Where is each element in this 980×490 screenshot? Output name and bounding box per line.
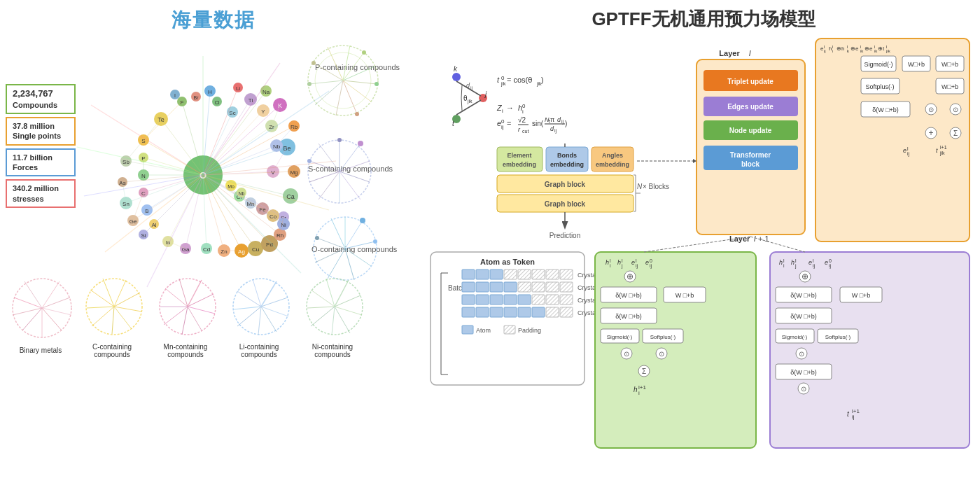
svg-point-254: [452, 73, 461, 81]
svg-line-104: [203, 175, 284, 217]
svg-line-163: [343, 80, 377, 84]
svg-text:l+1: l+1: [940, 145, 947, 150]
svg-line-215: [114, 280, 126, 307]
svg-text:ij: ij: [824, 49, 826, 53]
svg-text:ij: ij: [852, 414, 855, 420]
svg-text:× Blocks: × Blocks: [643, 183, 669, 190]
svg-text:l: l: [754, 234, 756, 243]
svg-text:ij: ij: [813, 263, 816, 269]
svg-line-216: [114, 293, 140, 307]
svg-line-227: [188, 307, 215, 314]
svg-text:): ): [565, 120, 567, 127]
svg-line-220: [92, 307, 114, 326]
svg-line-197: [315, 248, 345, 262]
svg-line-232: [165, 288, 188, 307]
svg-line-233: [179, 279, 188, 307]
svg-text:Padding: Padding: [518, 327, 541, 334]
svg-line-218: [114, 307, 132, 329]
svg-text:h: h: [779, 259, 783, 266]
svg-text:jik: jik: [467, 99, 472, 104]
svg-text:t: t: [497, 76, 500, 84]
svg-text:Σ: Σ: [953, 130, 958, 137]
svg-text:⊙: ⊙: [953, 106, 958, 113]
svg-rect-397: [504, 282, 517, 292]
svg-line-178: [340, 144, 360, 172]
svg-text:B: B: [145, 208, 148, 214]
svg-line-94: [161, 119, 203, 175]
svg-rect-389: [518, 270, 531, 279]
stat-value-1: 2,234,767: [13, 88, 69, 100]
c-compounds-svg: [80, 273, 147, 340]
svg-line-219: [112, 307, 114, 334]
stat-box-compounds: 2,234,767 Compounds: [6, 84, 76, 114]
svg-text:Bonds: Bonds: [557, 152, 577, 159]
svg-rect-409: [546, 295, 559, 304]
svg-text:jik: jik: [886, 49, 891, 53]
svg-text:δ(W □+b): δ(W □+b): [790, 292, 817, 299]
svg-text:h: h: [791, 259, 794, 266]
svg-line-179: [340, 161, 370, 172]
binary-metals-label: Binary metals: [6, 346, 76, 354]
svg-text:Br: Br: [194, 95, 200, 100]
svg-line-217: [114, 307, 141, 312]
svg-line-237: [261, 307, 288, 316]
svg-text:Sigmoid(·): Sigmoid(·): [782, 334, 808, 340]
svg-text:ij: ij: [470, 85, 473, 91]
svg-text:i: i: [522, 108, 524, 115]
stat-box-stresses: 340.2 million stresses: [6, 179, 76, 208]
left-title: 海量数据: [7, 7, 420, 34]
svg-text:W □+b: W □+b: [676, 292, 694, 299]
svg-rect-391: [546, 270, 559, 279]
svg-line-213: [24, 281, 42, 308]
svg-line-181: [340, 172, 360, 200]
svg-rect-401: [560, 282, 573, 292]
svg-line-251: [307, 307, 335, 308]
main-container: 海量数据 2,234,767 Compounds 37.8 million Si…: [0, 0, 980, 490]
svg-text:W□+b: W□+b: [908, 61, 925, 68]
mn-compounds-svg: [154, 273, 220, 340]
svg-text:ij: ij: [636, 263, 638, 269]
svg-text:⊕: ⊕: [802, 272, 808, 281]
svg-line-151: [105, 175, 203, 252]
svg-text:I: I: [174, 93, 176, 98]
svg-line-245: [335, 280, 349, 307]
svg-text:Be: Be: [283, 145, 290, 152]
svg-rect-419: [560, 307, 573, 317]
svg-text:Prediction: Prediction: [550, 232, 580, 239]
svg-text:): ): [541, 76, 544, 84]
svg-text:ij: ij: [829, 263, 832, 269]
svg-text:r: r: [518, 126, 521, 133]
mn-containing-label: Mn-containingcompounds: [150, 343, 220, 358]
svg-line-123: [203, 175, 280, 234]
svg-text:i: i: [502, 108, 503, 114]
svg-text:0: 0: [501, 75, 505, 81]
svg-line-183: [318, 172, 340, 200]
svg-line-241: [234, 307, 261, 309]
svg-rect-412: [462, 307, 475, 317]
svg-text:embedding: embedding: [503, 161, 536, 168]
li-containing-label: Li-containingcompounds: [224, 343, 294, 358]
svg-rect-399: [532, 282, 545, 292]
svg-rect-418: [546, 307, 559, 317]
svg-rect-390: [532, 270, 545, 279]
svg-text:δ(W □+b): δ(W □+b): [790, 313, 817, 320]
svg-text:W□+b: W□+b: [941, 61, 958, 68]
svg-text:e: e: [825, 259, 828, 266]
svg-rect-414: [490, 307, 503, 317]
svg-text:j: j: [621, 263, 623, 269]
svg-rect-413: [476, 307, 489, 317]
svg-text:Softplus(·): Softplus(·): [825, 334, 851, 340]
svg-rect-398: [518, 282, 531, 292]
svg-text:Layer: Layer: [729, 234, 750, 243]
svg-text:⊕e: ⊕e: [864, 46, 873, 52]
svg-line-144: [144, 224, 154, 234]
svg-line-221: [87, 307, 114, 308]
left-section: 海量数据 2,234,767 Compounds 37.8 million Si…: [0, 0, 427, 490]
svg-line-210: [22, 308, 42, 330]
svg-rect-427: [595, 252, 756, 448]
svg-line-132: [203, 99, 251, 175]
svg-text:Ag: Ag: [238, 248, 245, 255]
svg-text:Softplus(·): Softplus(·): [865, 83, 894, 90]
right-title: GPTFF无机通用预力场模型: [430, 7, 976, 31]
stat-label-2: Single points: [13, 131, 69, 141]
